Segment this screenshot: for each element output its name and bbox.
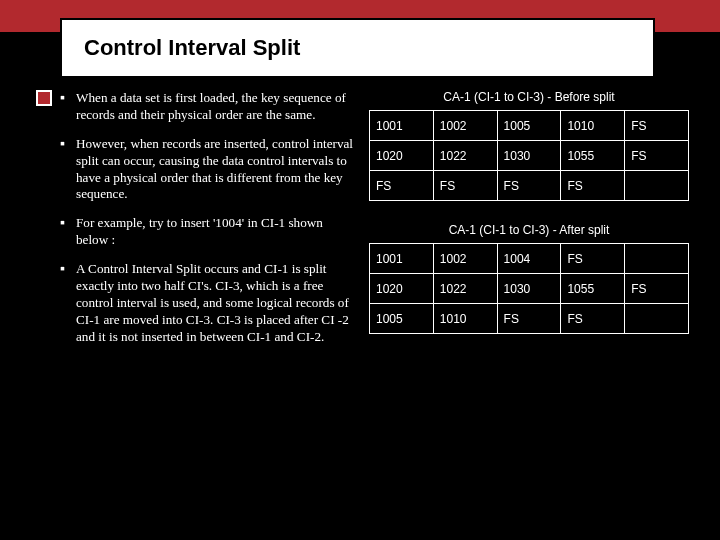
cell: 1030 bbox=[497, 141, 561, 171]
table-row: FS FS FS FS bbox=[370, 171, 689, 201]
cell: 1020 bbox=[370, 141, 434, 171]
table-caption-before: CA-1 (CI-1 to CI-3) - Before split bbox=[369, 90, 689, 104]
cell: FS bbox=[433, 171, 497, 201]
cell: 1022 bbox=[433, 274, 497, 304]
cell bbox=[625, 171, 689, 201]
cell: 1002 bbox=[433, 111, 497, 141]
cell: FS bbox=[497, 171, 561, 201]
cell: 1010 bbox=[433, 304, 497, 334]
cell: 1002 bbox=[433, 244, 497, 274]
bullet-icon: ▪ bbox=[60, 90, 76, 124]
cell: 1005 bbox=[370, 304, 434, 334]
table-row: 1020 1022 1030 1055 FS bbox=[370, 141, 689, 171]
table-after: 1001 1002 1004 FS 1020 1022 1030 1055 FS… bbox=[369, 243, 689, 334]
cell: FS bbox=[625, 274, 689, 304]
bullet-icon: ▪ bbox=[60, 261, 76, 345]
cell: FS bbox=[561, 171, 625, 201]
cell: FS bbox=[625, 141, 689, 171]
cell bbox=[625, 244, 689, 274]
table-row: 1001 1002 1004 FS bbox=[370, 244, 689, 274]
table-row: 1005 1010 FS FS bbox=[370, 304, 689, 334]
table-row: 1020 1022 1030 1055 FS bbox=[370, 274, 689, 304]
table-row: 1001 1002 1005 1010 FS bbox=[370, 111, 689, 141]
table-before: 1001 1002 1005 1010 FS 1020 1022 1030 10… bbox=[369, 110, 689, 201]
cell: FS bbox=[561, 244, 625, 274]
page-marker-icon bbox=[36, 90, 58, 112]
bullet-text: For example, try to insert '1004' in CI-… bbox=[76, 215, 355, 249]
bullet-text: However, when records are inserted, cont… bbox=[76, 136, 355, 204]
list-item: ▪ When a data set is first loaded, the k… bbox=[60, 90, 355, 124]
bullet-icon: ▪ bbox=[60, 215, 76, 249]
cell: 1055 bbox=[561, 141, 625, 171]
content-area: ▪ When a data set is first loaded, the k… bbox=[60, 90, 690, 358]
tables-column: CA-1 (CI-1 to CI-3) - Before split 1001 … bbox=[369, 90, 689, 358]
bullet-icon: ▪ bbox=[60, 136, 76, 204]
bullet-text: A Control Interval Split occurs and CI-1… bbox=[76, 261, 355, 345]
cell: 1005 bbox=[497, 111, 561, 141]
cell: FS bbox=[497, 304, 561, 334]
cell: 1010 bbox=[561, 111, 625, 141]
list-item: ▪ For example, try to insert '1004' in C… bbox=[60, 215, 355, 249]
title-box: Control Interval Split bbox=[60, 18, 655, 78]
cell: 1055 bbox=[561, 274, 625, 304]
bullet-text: When a data set is first loaded, the key… bbox=[76, 90, 355, 124]
cell: 1001 bbox=[370, 244, 434, 274]
list-item: ▪ A Control Interval Split occurs and CI… bbox=[60, 261, 355, 345]
cell: 1020 bbox=[370, 274, 434, 304]
slide-title: Control Interval Split bbox=[84, 35, 300, 61]
cell bbox=[625, 304, 689, 334]
cell: 1004 bbox=[497, 244, 561, 274]
cell: 1001 bbox=[370, 111, 434, 141]
table-caption-after: CA-1 (CI-1 to CI-3) - After split bbox=[369, 223, 689, 237]
list-item: ▪ However, when records are inserted, co… bbox=[60, 136, 355, 204]
cell: FS bbox=[561, 304, 625, 334]
cell: FS bbox=[625, 111, 689, 141]
cell: 1030 bbox=[497, 274, 561, 304]
cell: FS bbox=[370, 171, 434, 201]
bullet-list: ▪ When a data set is first loaded, the k… bbox=[60, 90, 355, 358]
cell: 1022 bbox=[433, 141, 497, 171]
